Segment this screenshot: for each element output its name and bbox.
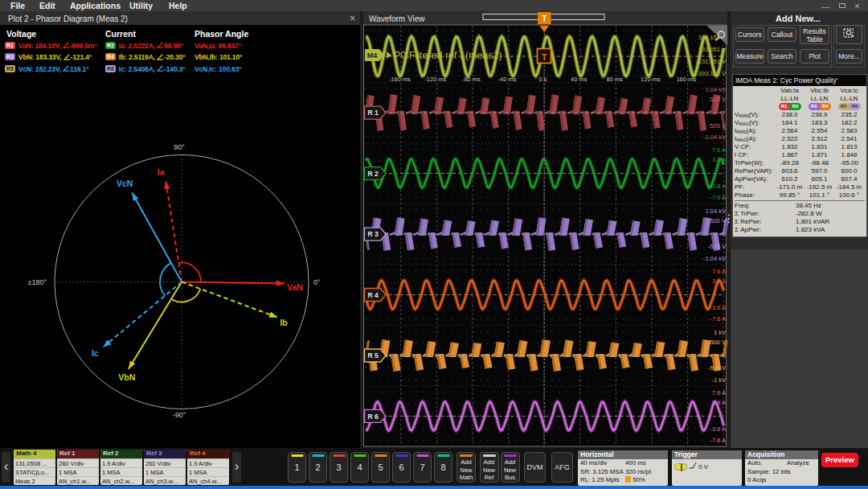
svg-text:R 6: R 6 — [367, 413, 379, 421]
svg-text:R 4: R 4 — [367, 291, 379, 299]
svg-text:160 ms: 160 ms — [677, 76, 697, 83]
svg-text:R 3: R 3 — [367, 230, 379, 238]
svg-text:7.6 A: 7.6 A — [712, 268, 726, 275]
svg-text:-1.04 kV: -1.04 kV — [703, 134, 726, 141]
svg-text:7.6 A: 7.6 A — [712, 146, 726, 154]
svg-text:R 2: R 2 — [367, 170, 379, 178]
svg-text:-3.8 A: -3.8 A — [710, 183, 726, 190]
svg-text:-393.152 V: -393.152 V — [696, 70, 726, 77]
svg-text:R 1: R 1 — [367, 109, 379, 117]
svg-text:520 V: 520 V — [710, 217, 726, 224]
svg-text:80 ms: 80 ms — [607, 76, 624, 83]
svg-text:-500 V: -500 V — [708, 364, 726, 372]
svg-text:-7.6 A: -7.6 A — [710, 315, 726, 323]
svg-text:T: T — [542, 52, 547, 62]
svg-text:-120 ms: -120 ms — [424, 76, 446, 83]
svg-text:1.04 kV: 1.04 kV — [706, 208, 726, 215]
svg-text:-7.6 A: -7.6 A — [710, 437, 726, 444]
svg-text:3.8 A: 3.8 A — [712, 156, 726, 163]
svg-text:-520 V: -520 V — [708, 122, 726, 129]
svg-text:0 s: 0 s — [539, 76, 547, 83]
svg-text:520 V: 520 V — [710, 96, 726, 103]
svg-text:-40 ms: -40 ms — [498, 76, 517, 83]
svg-text:-80 ms: -80 ms — [462, 76, 481, 83]
svg-text:-520 V: -520 V — [708, 243, 726, 250]
svg-text:M4: M4 — [367, 51, 378, 60]
svg-text:-1 kV: -1 kV — [711, 376, 726, 384]
svg-text:R 5: R 5 — [367, 351, 379, 360]
svg-text:T: T — [542, 14, 547, 23]
svg-text:Waveform View: Waveform View — [369, 14, 425, 23]
svg-text:-131.051 V: -131.051 V — [696, 58, 726, 65]
svg-text:1.04 kV: 1.04 kV — [706, 86, 726, 93]
svg-text:131.051 V: 131.051 V — [698, 46, 726, 53]
svg-text:500 V: 500 V — [710, 339, 726, 346]
svg-text:3.8 A: 3.8 A — [712, 399, 726, 406]
svg-text:40 ms: 40 ms — [571, 76, 588, 83]
svg-text:-160 ms: -160 ms — [389, 76, 411, 83]
svg-text:-3.8 A: -3.8 A — [710, 425, 726, 433]
svg-text:-1.04 kV: -1.04 kV — [703, 255, 726, 262]
svg-text:1 kV: 1 kV — [714, 329, 726, 336]
svg-text:P0:Filtered ref 1(meas2): P0:Filtered ref 1(meas2) — [394, 50, 502, 61]
svg-text:120 ms: 120 ms — [641, 76, 661, 83]
svg-text:-3.8 A: -3.8 A — [710, 304, 726, 311]
svg-text:-7.6 A: -7.6 A — [710, 194, 726, 201]
svg-text:7.6 A: 7.6 A — [712, 389, 726, 397]
svg-text:3.8 A: 3.8 A — [712, 277, 726, 285]
